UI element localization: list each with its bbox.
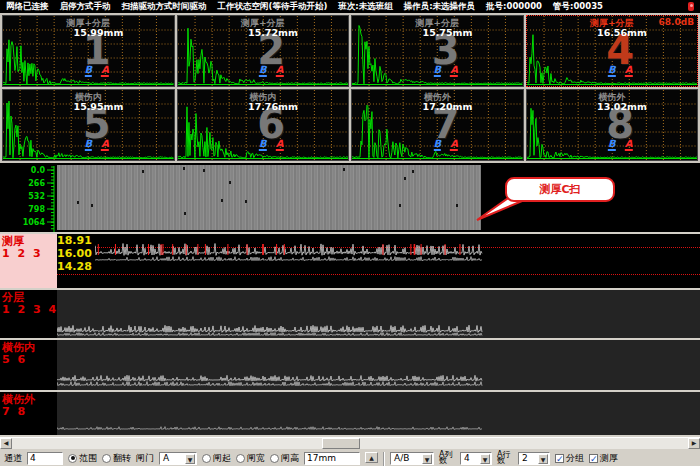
radio-off-icon[interactable] [202,454,211,463]
gate-width-radio[interactable]: 闸宽 [236,452,265,464]
menu-status-item: 工作状态空闲(等待手动开始) [218,0,328,13]
strip-label-lamination[interactable]: 分层 1 2 3 4 [0,290,57,338]
thickness-readout: 15.75mm [423,27,473,38]
strip-chart-section: 0.02665327981064 测厚C扫 测厚 1 2 3 18.91 [0,163,700,466]
menu-status-item: 扫描驱动方式时间驱动 [122,0,207,13]
checkbox-checked-icon[interactable]: ✓ [555,454,564,463]
svg-text:1064: 1064 [23,218,46,227]
ascan-cols-label: A列数 [439,452,455,464]
horizontal-scrollbar[interactable]: ◀ ▶ [0,437,700,449]
chevron-down-icon[interactable]: ▼ [185,454,195,464]
thickness-strip-row: 测厚 1 2 3 18.91 16.00 14.28 [0,234,700,288]
gate-a-marker: A [450,64,458,77]
transverse-inner-trace [57,340,700,390]
ascan-rows-select[interactable]: 2 ▼ [518,452,550,465]
ascan-panel-2[interactable]: 测厚+分层15.72mm2BA [177,15,350,87]
transverse-outer-strip-plot[interactable] [57,392,700,435]
gain-readout: 68.0dB [658,17,694,27]
ascan-panel-4[interactable]: 测厚+分层68.0dB16.56mm4BA [526,15,699,87]
thickness-readout: 17.20mm [423,101,473,112]
gate-a-marker: A [450,138,458,151]
gate-markers: BA [434,64,458,75]
gate-markers: BA [85,64,109,75]
radio-off-icon[interactable] [236,454,245,463]
ascan-cols-value: 4 [464,453,470,464]
svg-text:798: 798 [28,205,45,214]
gate-markers: BA [608,64,632,75]
chevron-down-icon[interactable]: ▼ [538,454,548,464]
scroll-right-icon[interactable]: ▶ [688,438,700,449]
gate-start-label: 闸起 [213,452,231,464]
alarm-status-icon [688,2,694,11]
radio-on-icon[interactable] [68,454,77,463]
flip-radio[interactable]: 翻转 [102,452,131,464]
svg-text:0.0: 0.0 [31,166,46,175]
gate-b-marker: B [85,64,93,77]
gate-markers: BA [608,138,632,149]
ut-application-window: 网络已连接启停方式手动扫描驱动方式时间驱动工作状态空闲(等待手动开始)班次:未选… [0,0,700,466]
cscan-plot[interactable]: 测厚C扫 [57,163,700,232]
range-radio-label: 范围 [79,452,97,464]
strip-label-transverse-outer[interactable]: 横伤外 7 8 [0,392,57,435]
thickness-checkbox[interactable]: ✓ 测厚 [589,452,618,464]
group-checkbox[interactable]: ✓ 分组 [555,452,584,464]
group-checkbox-label: 分组 [566,452,584,464]
gate-a-marker: A [625,138,633,151]
menu-status-item: 班次:未选班组 [338,0,392,13]
strip-channels-text: 1 2 3 4 [2,304,55,316]
thickness-strip-plot[interactable]: 18.91 16.00 14.28 [57,234,700,288]
radio-off-icon[interactable] [102,454,111,463]
chevron-down-icon[interactable]: ▼ [480,454,490,464]
thickness-readout: 17.76mm [248,101,298,112]
gate-width-label: 闸宽 [247,452,265,464]
divider [383,452,385,466]
thickness-readout: 15.95mm [74,101,124,112]
strip-label-thickness[interactable]: 测厚 1 2 3 [0,234,57,288]
thickness-checkbox-label: 测厚 [600,452,618,464]
gate-markers: BA [259,64,283,75]
view-mode-value: A/B [394,453,409,464]
scrollbar-thumb[interactable] [322,438,360,449]
ascan-rows-label: A行数 [497,452,513,464]
transverse-inner-strip-plot[interactable] [57,340,700,390]
strip-channels-text: 7 8 [2,406,55,418]
radio-off-icon[interactable] [270,454,279,463]
status-menu-bar: 网络已连接启停方式手动扫描驱动方式时间驱动工作状态空闲(等待手动开始)班次:未选… [0,0,700,13]
control-bar: 通道 4 范围 翻转 闸门 A ▼ 闸起 闸宽 [0,449,700,466]
scrollbar-track[interactable] [12,438,688,449]
ascan-panel-3[interactable]: 测厚+分层15.75mm3BA [351,15,524,87]
lamination-strip-plot[interactable] [57,290,700,338]
ascan-panel-8[interactable]: 横伤外13.02mm8BA [526,89,699,161]
strip-label-transverse-inner[interactable]: 横伤内 5 6 [0,340,57,390]
menu-status-item: 网络已连接 [6,0,49,13]
gate-a-marker: A [101,64,109,77]
gate-b-marker: B [259,138,267,151]
view-mode-select[interactable]: A/B ▼ [390,452,434,465]
checkbox-checked-icon[interactable]: ✓ [589,454,598,463]
gate-value-input[interactable]: 17mm [304,452,360,465]
ascan-panel-6[interactable]: 横伤内17.76mm6BA [177,89,350,161]
gate-markers: BA [259,138,283,149]
gate-height-radio[interactable]: 闸高 [270,452,299,464]
cscan-axis: 0.02665327981064 [0,163,57,232]
gate-a-marker: A [625,64,633,77]
ascan-panel-5[interactable]: 横伤内15.95mm5BA [2,89,175,161]
gate-select[interactable]: A ▼ [159,452,197,465]
gate-b-marker: B [259,64,267,77]
range-radio[interactable]: 范围 [68,452,97,464]
gate-b-marker: B [608,138,616,151]
gate-height-label: 闸高 [281,452,299,464]
thickness-readout: 16.56mm [597,27,647,38]
ascan-panel-7[interactable]: 横伤外17.20mm7BA [351,89,524,161]
menu-status-item: 启停方式手动 [60,0,111,13]
menu-status-item: 批号:000000 [486,0,542,13]
gate-start-radio[interactable]: 闸起 [202,452,231,464]
spinner-up-icon[interactable]: ▲ [365,452,378,463]
scroll-left-icon[interactable]: ◀ [0,438,12,449]
ascan-panel-1[interactable]: 测厚+分层15.99mm1BA [2,15,175,87]
gate-a-marker: A [276,138,284,151]
chevron-down-icon[interactable]: ▼ [422,454,432,464]
ascan-cols-select[interactable]: 4 ▼ [460,452,492,465]
channel-input[interactable]: 4 [27,452,63,465]
thickness-readout: 15.72mm [248,27,298,38]
